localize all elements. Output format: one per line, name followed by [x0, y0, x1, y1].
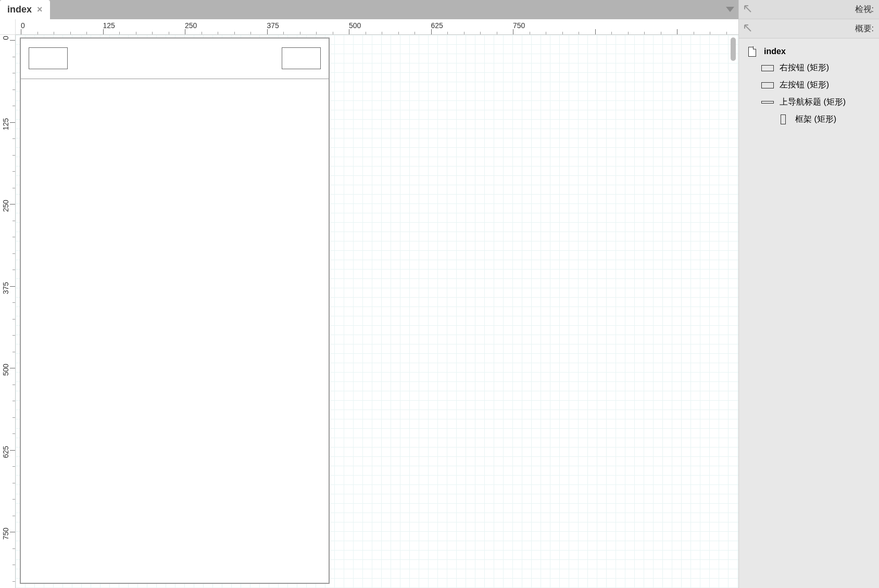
ruler-tick	[546, 32, 546, 34]
ruler-tick	[12, 466, 15, 467]
ruler-tick	[694, 32, 694, 34]
tab-index[interactable]: index ×	[0, 0, 50, 19]
tree-item[interactable]: 左按钮 (矩形)	[739, 76, 879, 94]
ruler-tick	[12, 565, 15, 565]
ruler-h-label: 0	[21, 21, 25, 30]
outline-panel-header[interactable]: 概要:	[739, 19, 879, 39]
collapse-arrow-icon	[744, 24, 751, 33]
inspect-panel-header[interactable]: 检视:	[739, 0, 879, 19]
tree-item-label: 左按钮 (矩形)	[780, 80, 829, 91]
ruler-v-label: 500	[2, 364, 10, 376]
ruler-tick	[12, 302, 15, 303]
ruler-tick	[10, 204, 15, 204]
inspect-panel-label: 检视:	[757, 4, 874, 15]
ruler-tick	[12, 483, 15, 483]
tree-item-label: 框架 (矩形)	[795, 114, 836, 125]
ruler-tick	[12, 516, 15, 516]
ruler-h-label: 750	[513, 21, 525, 30]
rectangle-thin-icon	[761, 98, 774, 107]
ruler-tick	[250, 32, 251, 34]
ruler-tick	[202, 32, 202, 34]
nav-header-rect[interactable]	[21, 39, 329, 79]
ruler-tick	[579, 32, 579, 34]
ruler-tick	[644, 32, 645, 34]
ruler-tick	[12, 319, 15, 319]
rectangle-tall-icon	[776, 115, 790, 124]
ruler-tick	[12, 581, 15, 582]
ruler-tick	[366, 32, 366, 34]
ruler-vertical[interactable]: 0125250375500625750	[0, 35, 16, 588]
ruler-tick	[530, 32, 530, 34]
ruler-tick	[185, 29, 185, 34]
scrollbar-thumb[interactable]	[731, 37, 736, 61]
left-button-rect[interactable]	[29, 47, 68, 69]
ruler-tick	[628, 32, 629, 34]
ruler-v-label: 0	[2, 36, 10, 40]
rectangle-icon	[761, 81, 774, 90]
ruler-tick	[333, 32, 333, 34]
outline-panel-label: 概要:	[757, 23, 874, 34]
ruler-tick	[415, 32, 415, 34]
ruler-v-label: 375	[2, 282, 10, 294]
ruler-tick	[300, 32, 300, 34]
ruler-tick	[12, 433, 15, 434]
ruler-tick	[12, 417, 15, 418]
ruler-tick	[710, 32, 710, 34]
ruler-tick	[10, 286, 15, 287]
ruler-tick	[447, 32, 448, 34]
ruler-tick	[431, 29, 432, 34]
close-icon[interactable]: ×	[37, 4, 43, 15]
ruler-tick	[10, 40, 15, 41]
tree-item-root[interactable]: index	[739, 44, 879, 59]
ruler-tick	[12, 253, 15, 254]
ruler-tick	[562, 32, 563, 34]
ruler-tick	[611, 32, 612, 34]
ruler-tick	[12, 90, 15, 90]
ruler-tick	[12, 171, 15, 172]
page-icon	[745, 47, 759, 56]
ruler-tick	[234, 32, 235, 34]
ruler-tick	[12, 155, 15, 156]
tree-item[interactable]: 右按钮 (矩形)	[739, 59, 879, 76]
rectangle-icon	[761, 63, 774, 73]
svg-marker-0	[726, 7, 734, 12]
ruler-tick	[267, 29, 268, 34]
ruler-tick	[12, 237, 15, 237]
ruler-tick	[595, 29, 596, 34]
ruler-tick	[513, 29, 513, 34]
ruler-tick	[70, 32, 71, 34]
ruler-tick	[12, 548, 15, 549]
ruler-tick	[726, 32, 727, 34]
collapse-arrow-icon	[744, 5, 751, 14]
ruler-tick	[103, 29, 104, 34]
ruler-tick	[12, 270, 15, 270]
ruler-tick	[464, 32, 464, 34]
artboard-frame[interactable]	[20, 37, 330, 584]
ruler-tick	[398, 32, 399, 34]
ruler-tick	[119, 32, 120, 34]
ruler-tick	[152, 32, 153, 34]
tab-dropdown-icon[interactable]	[726, 5, 734, 14]
ruler-h-label: 625	[431, 21, 443, 30]
ruler-tick	[677, 29, 677, 34]
ruler-tick	[169, 32, 169, 34]
ruler-tick	[12, 401, 15, 401]
ruler-tick	[12, 57, 15, 57]
ruler-tick	[12, 335, 15, 336]
tree-item-label: 右按钮 (矩形)	[780, 62, 829, 73]
right-button-rect[interactable]	[282, 47, 321, 69]
ruler-v-label: 250	[2, 200, 10, 212]
ruler-tick	[218, 32, 218, 34]
tree-item[interactable]: 上导航标题 (矩形)	[739, 94, 879, 111]
canvas[interactable]	[16, 35, 738, 588]
ruler-h-label: 250	[185, 21, 197, 30]
ruler-tick	[12, 385, 15, 385]
ruler-tick	[349, 29, 349, 34]
ruler-horizontal[interactable]: 0125250375500625750	[16, 19, 738, 35]
outline-tree: index 右按钮 (矩形) 左按钮 (矩形) 上导航标题 (矩形) 框架 (矩…	[739, 39, 879, 133]
tree-item[interactable]: 框架 (矩形)	[739, 111, 879, 128]
ruler-h-label: 125	[103, 21, 115, 30]
ruler-corner	[0, 19, 16, 35]
ruler-tick	[37, 32, 38, 34]
ruler-h-label: 500	[349, 21, 361, 30]
